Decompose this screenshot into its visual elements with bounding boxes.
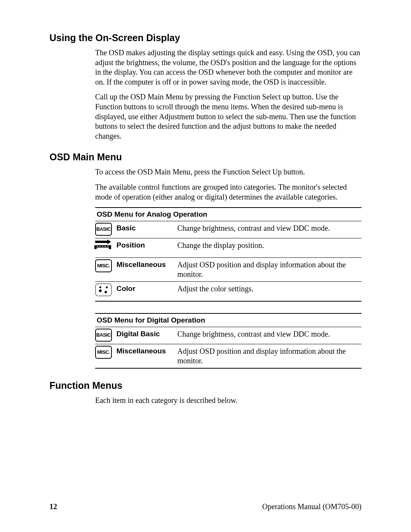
table-row: MISC. Miscellaneous Adjust OSD position … xyxy=(95,258,362,282)
page-number: 12 xyxy=(49,502,57,511)
para-osd-intro-1: The OSD makes adjusting the display sett… xyxy=(95,48,362,87)
page-footer: 12 Operations Manual (OM705-00) xyxy=(49,502,362,511)
table-row: Position Change the display position. xyxy=(95,238,362,258)
position-icon xyxy=(95,240,112,253)
misc-icon: MISC. xyxy=(95,346,112,359)
para-osd-intro-2: Call up the OSD Main Menu by pressing th… xyxy=(95,92,362,141)
para-mainmenu-1: To access the OSD Main Menu, press the F… xyxy=(95,167,362,177)
misc-icon: MISC. xyxy=(95,259,112,272)
footer-label: Operations Manual (OM705-00) xyxy=(262,502,362,511)
row-name: Color xyxy=(116,282,177,302)
color-icon xyxy=(95,283,112,296)
table-row: BASIC Basic Change brightness, contrast … xyxy=(95,221,362,238)
table-analog-operation: OSD Menu for Analog Operation BASIC Basi… xyxy=(95,207,362,302)
row-name: Miscellaneous xyxy=(116,344,177,369)
row-name: Miscellaneous xyxy=(116,258,177,282)
row-desc: Change brightness, contrast and view DDC… xyxy=(177,221,362,238)
para-mainmenu-2: The available control functions are grou… xyxy=(95,182,362,202)
table-digital-operation: OSD Menu for Digital Operation BASIC Dig… xyxy=(95,313,362,369)
table-heading-digital: OSD Menu for Digital Operation xyxy=(95,313,362,327)
table-row: MISC. Miscellaneous Adjust OSD position … xyxy=(95,344,362,369)
row-name: Basic xyxy=(116,221,177,238)
row-desc: Adjust the color settings. xyxy=(177,282,362,302)
para-function-menus: Each item in each category is described … xyxy=(95,396,362,406)
heading-function-menus: Function Menus xyxy=(49,380,362,391)
basic-icon: BASIC xyxy=(95,223,112,236)
heading-osd-main-menu: OSD Main Menu xyxy=(49,152,362,163)
row-name: Digital Basic xyxy=(116,327,177,344)
basic-icon: BASIC xyxy=(95,329,112,342)
table-row: Color Adjust the color settings. xyxy=(95,282,362,302)
row-desc: Change brightness, contrast and view DDC… xyxy=(177,327,362,344)
table-heading-analog: OSD Menu for Analog Operation xyxy=(95,207,362,221)
row-name: Position xyxy=(116,238,177,258)
row-desc: Change the display position. xyxy=(177,238,362,258)
row-desc: Adjust OSD position and display informat… xyxy=(177,344,362,369)
table-row: BASIC Digital Basic Change brightness, c… xyxy=(95,327,362,344)
heading-using-osd: Using the On-Screen Display xyxy=(49,32,362,43)
row-desc: Adjust OSD position and display informat… xyxy=(177,258,362,282)
